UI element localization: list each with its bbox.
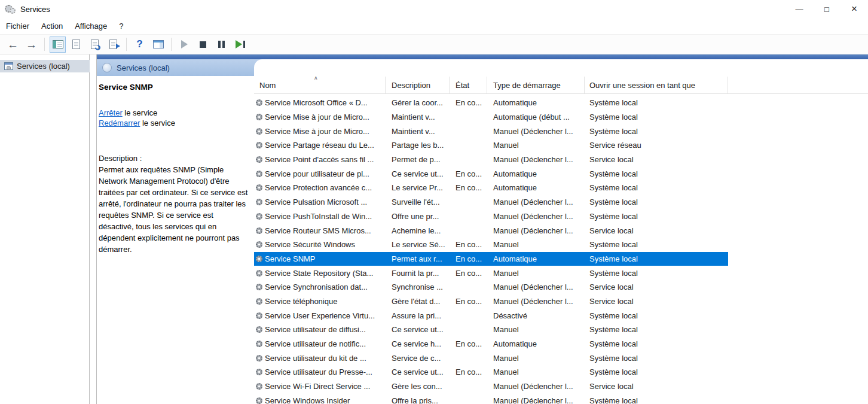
service-gear-icon bbox=[256, 99, 262, 106]
table-row[interactable]: Service utilisateur de notific... Ce ser… bbox=[254, 337, 728, 351]
service-description-cell: Offre une pr... bbox=[386, 209, 450, 224]
table-row[interactable]: Service Pulsation Microsoft ... Surveill… bbox=[254, 195, 728, 209]
column-header-label: État bbox=[456, 81, 469, 90]
help-button[interactable]: ? bbox=[132, 37, 148, 53]
service-description-cell: Ce service ut... bbox=[386, 365, 450, 379]
stop-service-link[interactable]: Arrêter bbox=[99, 108, 123, 117]
menu-affichage[interactable]: Affichage bbox=[69, 18, 113, 34]
stop-service-button[interactable] bbox=[195, 37, 211, 53]
service-state-cell bbox=[450, 124, 487, 138]
table-row[interactable]: Service utilisateur de diffusi... Ce ser… bbox=[254, 323, 728, 337]
service-state-cell: En co... bbox=[450, 238, 487, 252]
service-logon-cell: Système local bbox=[585, 110, 728, 124]
service-state-cell bbox=[450, 110, 487, 124]
table-row[interactable]: Service Protection avancée c... Le servi… bbox=[254, 181, 728, 195]
service-gear-icon bbox=[256, 383, 262, 390]
service-name-cell: Service utilisateur du kit de ... bbox=[254, 351, 386, 365]
service-startup-cell: Manuel (Déclencher l... bbox=[487, 223, 585, 238]
table-row[interactable]: Service User Experience Virtu... Assure … bbox=[254, 308, 728, 323]
services-pane: Services (local) Service SNMP Arrêter le… bbox=[96, 54, 868, 404]
menu-bar: Fichier Action Affichage ? bbox=[0, 18, 868, 34]
service-startup-cell: Manuel (Déclencher l... bbox=[487, 393, 585, 404]
service-description-cell: Permet aux r... bbox=[386, 252, 450, 266]
maximize-button[interactable]: □ bbox=[813, 0, 841, 18]
service-startup-cell: Manuel (Déclencher l... bbox=[487, 379, 585, 394]
service-name-cell: Service Mise à jour de Micro... bbox=[254, 124, 386, 138]
service-startup-cell: Automatique bbox=[487, 337, 585, 351]
show-console-tree-button[interactable] bbox=[50, 37, 66, 53]
export-list-button[interactable] bbox=[105, 37, 121, 53]
column-header-description[interactable]: Description bbox=[386, 77, 450, 93]
table-row[interactable]: Service Mise à jour de Micro... Maintien… bbox=[254, 110, 728, 124]
action-pane-button[interactable] bbox=[150, 37, 166, 53]
service-description-cell: Maintient v... bbox=[386, 124, 450, 138]
service-description-cell: Assure la pri... bbox=[386, 308, 450, 323]
restart-service-button[interactable] bbox=[232, 37, 248, 53]
column-header-filler bbox=[728, 77, 868, 93]
menu-help[interactable]: ? bbox=[113, 18, 129, 34]
pause-service-button[interactable] bbox=[213, 37, 230, 53]
table-row[interactable]: Service téléphonique Gère l'état d... En… bbox=[254, 294, 728, 309]
table-row[interactable]: Service Microsoft Office « D... Gérer la… bbox=[254, 96, 728, 110]
service-description-cell: Ce service h... bbox=[386, 337, 450, 351]
restart-service-link[interactable]: Redémarrer bbox=[99, 119, 140, 127]
table-row[interactable]: Service State Repository (Sta... Fournit… bbox=[254, 266, 728, 280]
forward-arrow-icon: → bbox=[26, 39, 37, 50]
service-logon-cell: Système local bbox=[585, 238, 728, 252]
service-description-cell: Achemine le... bbox=[386, 223, 450, 238]
service-state-cell bbox=[450, 138, 487, 153]
start-icon bbox=[181, 40, 188, 48]
service-state-cell: En co... bbox=[450, 266, 487, 280]
extended-view-panel: Service SNMP Arrêter le service Redémarr… bbox=[97, 76, 254, 404]
service-logon-cell: Service réseau bbox=[585, 138, 728, 153]
service-logon-cell: Système local bbox=[585, 266, 728, 280]
table-row[interactable]: Service Sécurité Windows Le service Sé..… bbox=[254, 238, 728, 252]
service-startup-cell: Manuel (Déclencher l... bbox=[487, 209, 585, 224]
table-row[interactable]: Service Wi-Fi Direct Service ... Gère le… bbox=[254, 379, 728, 394]
menu-action[interactable]: Action bbox=[35, 18, 69, 34]
service-logon-cell: Service local bbox=[585, 153, 728, 167]
service-description-cell: Partage les b... bbox=[386, 138, 450, 153]
start-service-button[interactable] bbox=[176, 37, 192, 53]
service-state-cell: En co... bbox=[450, 96, 487, 110]
service-logon-cell: Système local bbox=[585, 209, 728, 224]
service-description-cell: Maintient v... bbox=[386, 110, 450, 124]
back-button[interactable]: ← bbox=[5, 37, 21, 53]
menu-fichier[interactable]: Fichier bbox=[0, 18, 35, 34]
table-row[interactable]: Service Mise à jour de Micro... Maintien… bbox=[254, 124, 728, 138]
service-logon-cell: Système local bbox=[585, 166, 728, 181]
table-row[interactable]: Service Windows Insider Offre la pris...… bbox=[254, 393, 728, 404]
table-row[interactable]: Service Point d'accès sans fil ... Perme… bbox=[254, 153, 728, 167]
service-description-cell: Gère l'état d... bbox=[386, 294, 450, 309]
table-row[interactable]: Service Synchronisation dat... Synchroni… bbox=[254, 280, 728, 294]
table-row[interactable]: Service Routeur SMS Micros... Achemine l… bbox=[254, 223, 728, 238]
service-gear-icon bbox=[256, 369, 262, 375]
refresh-button[interactable] bbox=[87, 37, 103, 53]
table-row[interactable]: Service utilisateur du kit de ... Servic… bbox=[254, 351, 728, 365]
service-startup-cell: Automatique (début ... bbox=[487, 110, 585, 124]
service-name-cell: Service Microsoft Office « D... bbox=[254, 96, 386, 110]
pause-icon bbox=[218, 41, 225, 48]
table-row[interactable]: Service Partage réseau du Le... Partage … bbox=[254, 138, 728, 153]
service-logon-cell: Service local bbox=[585, 223, 728, 238]
minimize-button[interactable]: — bbox=[786, 0, 813, 18]
service-logon-cell: Système local bbox=[585, 393, 728, 404]
close-button[interactable]: × bbox=[841, 0, 868, 18]
service-logon-cell: Système local bbox=[585, 351, 728, 365]
stop-service-line: Arrêter le service bbox=[99, 108, 249, 118]
table-row[interactable]: Service PushToInstall de Win... Offre un… bbox=[254, 209, 728, 224]
column-header-nom[interactable]: ∧ Nom bbox=[254, 77, 386, 93]
table-row[interactable]: Service pour utilisateur de pl... Ce ser… bbox=[254, 166, 728, 181]
table-row[interactable]: Service SNMP Permet aux r... En co... Au… bbox=[254, 252, 728, 266]
column-header-type-demarrage[interactable]: Type de démarrage bbox=[487, 77, 585, 93]
forward-button[interactable]: → bbox=[23, 37, 39, 53]
properties-button[interactable] bbox=[68, 37, 84, 53]
column-header-etat[interactable]: État bbox=[450, 77, 487, 93]
column-header-ouvrir-session[interactable]: Ouvrir une session en tant que bbox=[585, 77, 728, 93]
service-startup-cell: Désactivé bbox=[487, 308, 585, 323]
service-description-cell: Ce service ut... bbox=[386, 166, 450, 181]
tree-item-services-local[interactable]: Services (local) bbox=[0, 60, 90, 72]
table-row[interactable]: Service utilisateur du Presse-... Ce ser… bbox=[254, 365, 728, 379]
service-logon-cell: Système local bbox=[585, 365, 728, 379]
column-header-label: Description bbox=[392, 81, 430, 90]
